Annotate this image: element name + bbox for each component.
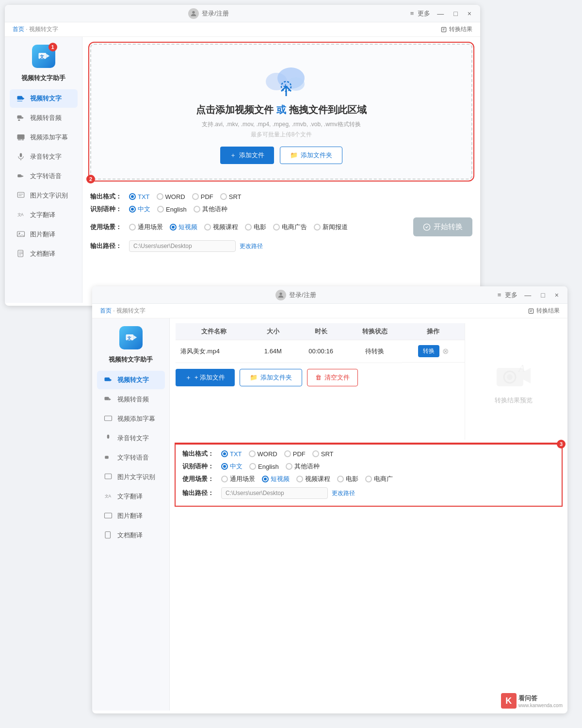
path-change-2[interactable]: 更改路径 [332,489,355,497]
scene-general-1[interactable]: 通用场景 [129,223,163,232]
svg-text:A: A [21,213,24,217]
format-word-2[interactable]: WORD [249,450,277,458]
convert-result-btn-2[interactable]: 转换结果 [528,307,560,315]
lang-zh-1[interactable]: 中文 [129,205,150,214]
scene-movie-label-2: 电影 [346,475,358,483]
lang-en-1[interactable]: English [157,206,187,213]
sidebar-item-vas-2[interactable]: 视频添加字幕 [97,410,165,428]
scene-course-2[interactable]: 视频课程 [296,475,330,483]
drop-zone-1[interactable]: + 点击添加视频文件 或 拖拽文件到此区域 支持.avi, .mkv, .mov… [90,44,472,180]
sidebar-item-dt-2[interactable]: 文档翻译 [97,526,165,545]
sidebar-item-image-translate-1[interactable]: 图片翻译 [10,225,78,244]
format-srt-2[interactable]: SRT [312,450,334,458]
close-btn-1[interactable]: × [465,9,474,18]
add-file-btn-1[interactable]: ＋ 添加文件 [220,147,274,164]
minimize-btn-2[interactable]: — [521,290,534,300]
svg-rect-53 [105,456,109,459]
format-srt-1[interactable]: SRT [220,193,242,200]
scene-course-1[interactable]: 视频课程 [204,223,238,232]
col-filename: 文件名称 [176,323,252,340]
format-txt-2[interactable]: TXT [221,450,242,458]
cell-action: 转换 ⊗ [402,340,465,363]
sidebar-item-vtt-2[interactable]: 视频转文字 [97,371,165,389]
scene-news-1[interactable]: 新闻报道 [314,223,348,232]
scene-news-label-1: 新闻报道 [323,223,348,232]
format-label-2: 输出格式： [182,449,221,458]
breadcrumb-2: 首页 · 视频转文字 [100,307,146,315]
maximize-btn-1[interactable]: □ [451,9,460,18]
sidebar-item-doc-translate-1[interactable]: 文档翻译 [10,245,78,263]
add-file-icon-1: ＋ [230,151,236,160]
scene-ecom-2[interactable]: 电商广 [365,475,393,483]
maximize-btn-2[interactable]: □ [538,290,548,300]
row-delete-btn[interactable]: ⊗ [442,347,449,356]
sidebar-item-tts-2[interactable]: 文字转语音 [97,448,165,467]
add-folder-label-1: 添加文件夹 [301,151,332,160]
scene-movie-2[interactable]: 电影 [337,475,358,483]
add-file-btn-2[interactable]: ＋ + 添加文件 [176,369,235,386]
sidebar-item-rtt-2[interactable]: 录音转文字 [97,429,165,447]
scene-general-2[interactable]: 通用场景 [221,475,255,483]
sidebar-item-video-to-audio-1[interactable]: 视频转音频 [10,109,78,127]
path-label-1: 输出路径： [90,242,129,250]
sidebar-item-tts-1[interactable]: 文字转语音 [10,167,78,185]
lang-en-2[interactable]: English [249,463,279,470]
sidebar-item-record-to-text-1[interactable]: 录音转文字 [10,148,78,166]
vta-icon-2 [103,394,113,405]
format-word-1[interactable]: WORD [157,193,185,200]
add-folder-btn-2[interactable]: 📁 添加文件夹 [240,369,302,386]
menu-text-1[interactable]: 更多 [418,9,430,18]
path-input-2[interactable] [221,487,328,499]
preview-section: A 转换结果预览 [465,323,562,440]
sidebar-item-vta-2[interactable]: 视频转音频 [97,390,165,409]
add-folder-btn-1[interactable]: 📁 添加文件夹 [280,147,342,164]
login-area-1[interactable]: 登录/注册 [188,8,229,19]
format-pdf-1[interactable]: PDF [192,193,213,200]
sidebar-item-video-to-text-1[interactable]: 视频转文字 [10,89,78,108]
breadcrumb-home-2[interactable]: 首页 [100,307,112,314]
format-radio-group-1: TXT WORD PDF SRT [129,193,242,200]
scene-ecom-1[interactable]: 电商广告 [273,223,307,232]
lang-zh-2[interactable]: 中文 [221,462,242,471]
path-input-1[interactable] [129,240,236,252]
svg-point-60 [507,374,513,380]
menu-icon-1[interactable]: ≡ [410,10,414,17]
minimize-btn-1[interactable]: — [434,9,447,18]
scene-short-1[interactable]: 短视频 [170,223,197,232]
svg-marker-48 [110,379,112,381]
convert-result-label-1: 转换结果 [449,25,472,33]
menu-icon-2[interactable]: ≡ [498,291,501,298]
path-change-1[interactable]: 更改路径 [240,242,263,250]
scene-movie-1[interactable]: 电影 [245,223,266,232]
clear-files-btn[interactable]: 🗑 清空文件 [307,369,358,386]
lang-other-2[interactable]: 其他语种 [286,462,320,471]
breadcrumb-current-1: 视频转文字 [29,26,58,33]
format-pdf-2[interactable]: PDF [284,450,306,458]
preview-label: 转换结果预览 [495,396,533,405]
sidebar-label-it-2: 图片翻译 [117,512,143,520]
avatar-icon-2 [275,290,286,300]
sidebar-label-ocr-1: 图片文字识别 [30,191,68,200]
scene-radio-group-1: 通用场景 短视频 视频课程 电影 [129,223,348,232]
sidebar-item-ocr-2[interactable]: 图片文字识别 [97,468,165,486]
row-convert-btn[interactable]: 转换 [418,345,439,357]
sidebar-item-video-add-sub-1[interactable]: 视频添加字幕 [10,128,78,147]
close-btn-2[interactable]: × [552,290,562,300]
watermark: K 看问答 www.kanwenda.com [501,693,563,709]
sidebar-item-text-translate-1[interactable]: 文 A 文字翻译 [10,206,78,224]
sidebar-item-it-2[interactable]: 图片翻译 [97,507,165,525]
sidebar-item-tt-2[interactable]: 文A 文字翻译 [97,487,165,506]
breadcrumb-home-1[interactable]: 首页 [13,26,24,33]
scene-short-2[interactable]: 短视频 [262,475,290,483]
menu-text-2[interactable]: 更多 [505,291,517,299]
convert-result-btn-1[interactable]: 转换结果 [440,25,472,33]
sidebar-label-dt-2: 文档翻译 [117,531,143,540]
format-pdf-radio-1 [192,193,199,200]
tts-icon-2 [103,452,113,463]
sidebar-item-ocr-1[interactable]: 图片文字识别 [10,186,78,205]
convert-btn-1[interactable]: 开始转换 [413,217,472,236]
scene-movie-radio-1 [245,224,252,231]
format-txt-1[interactable]: TXT [129,193,150,200]
login-area-2[interactable]: 登录/注册 [275,290,316,300]
lang-other-1[interactable]: 其他语种 [194,205,227,214]
